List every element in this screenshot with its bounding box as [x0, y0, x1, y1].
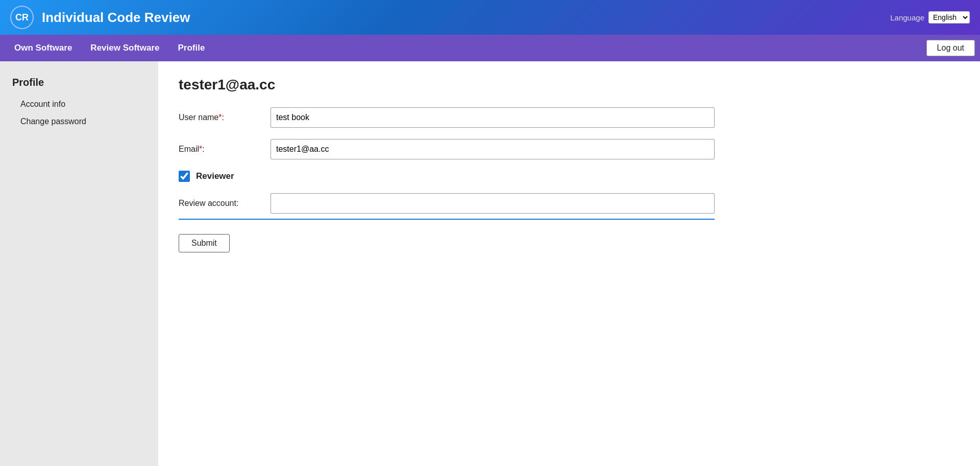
language-label: Language	[890, 13, 924, 22]
review-account-group: Review account:	[179, 193, 715, 220]
logo-text: CR	[15, 12, 29, 23]
main-navbar: Own Software Review Software Profile Log…	[0, 35, 980, 61]
sidebar: Profile Account info Change password	[0, 61, 158, 466]
reviewer-row: Reviewer	[179, 171, 960, 182]
email-label: Email*:	[179, 145, 271, 154]
email-group: Email*:	[179, 139, 960, 159]
review-account-label: Review account:	[179, 199, 271, 208]
username-label: User name*:	[179, 113, 271, 122]
sidebar-item-account-info[interactable]: Account info	[0, 96, 158, 113]
language-selector-group: Language English French German Spanish	[890, 11, 970, 24]
sidebar-item-change-password[interactable]: Change password	[0, 113, 158, 130]
username-input[interactable]	[271, 107, 715, 128]
language-select[interactable]: English French German Spanish	[928, 11, 970, 24]
user-email-heading: tester1@aa.cc	[179, 77, 960, 93]
submit-button[interactable]: Submit	[179, 234, 230, 252]
nav-profile[interactable]: Profile	[168, 35, 214, 61]
app-header: CR Individual Code Review Language Engli…	[0, 0, 980, 35]
reviewer-checkbox[interactable]	[179, 171, 190, 182]
logout-button[interactable]: Log out	[926, 40, 975, 56]
app-title: Individual Code Review	[42, 10, 190, 26]
main-content: tester1@aa.cc User name*: Email*: Review…	[158, 61, 980, 466]
sidebar-section-title: Profile	[0, 72, 158, 96]
nav-review-software[interactable]: Review Software	[81, 35, 168, 61]
reviewer-label[interactable]: Reviewer	[196, 171, 234, 181]
review-account-input[interactable]	[271, 193, 715, 214]
main-layout: Profile Account info Change password tes…	[0, 61, 980, 466]
email-input[interactable]	[271, 139, 715, 159]
nav-own-software[interactable]: Own Software	[5, 35, 81, 61]
username-group: User name*:	[179, 107, 960, 128]
app-logo: CR	[10, 6, 34, 29]
